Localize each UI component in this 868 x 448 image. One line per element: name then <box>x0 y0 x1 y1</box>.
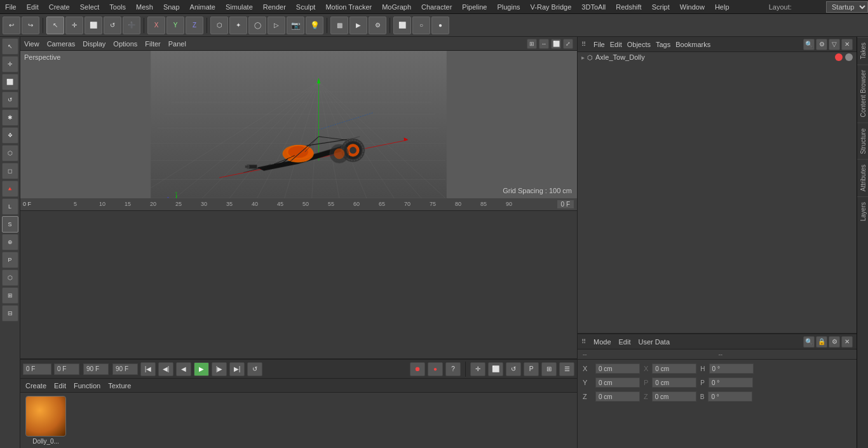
timeline-options-button[interactable]: ☰ <box>559 362 574 376</box>
key-options-button[interactable]: ⊞ <box>541 362 557 376</box>
left-tool16-btn[interactable]: ⊟ <box>2 305 18 322</box>
viewport-corner-1[interactable]: ⊞ <box>527 39 537 49</box>
attr-rot-z[interactable] <box>652 391 696 402</box>
menu-item-animate[interactable]: Animate <box>185 2 220 12</box>
timeline-track[interactable] <box>20 211 577 359</box>
redo-button[interactable]: ↪ <box>22 17 39 34</box>
attr-userdata-menu[interactable]: User Data <box>639 338 670 346</box>
menu-item-select[interactable]: Select <box>75 2 105 12</box>
attr-edit-menu[interactable]: Edit <box>619 338 631 346</box>
menu-item-simulate[interactable]: Simulate <box>220 2 258 12</box>
attr-mode-menu[interactable]: Mode <box>593 338 611 346</box>
left-tool6-btn[interactable]: ❖ <box>2 127 18 144</box>
mat-edit-menu[interactable]: Edit <box>54 382 66 390</box>
help-button[interactable]: ? <box>445 362 461 376</box>
menu-item-3dtoall[interactable]: 3DToAll <box>576 2 611 12</box>
move-key-button[interactable]: ✛ <box>470 362 485 376</box>
rotate-key-button[interactable]: ↺ <box>506 362 521 376</box>
obj-dot-red-axle[interactable] <box>835 53 843 61</box>
obj-tags-menu[interactable]: Tags <box>656 41 670 48</box>
menu-item-redshift[interactable]: Redshift <box>611 2 646 12</box>
obj-edit-menu[interactable]: Edit <box>610 41 622 48</box>
view-menu[interactable]: View <box>24 40 39 48</box>
floor-button[interactable]: ⬜ <box>393 17 411 34</box>
transform-tool-button[interactable]: ➕ <box>123 17 140 34</box>
obj-settings-button[interactable]: ⚙ <box>816 39 827 50</box>
camera-tool-button[interactable]: 📷 <box>287 17 304 34</box>
display-menu[interactable]: Display <box>83 40 105 48</box>
menu-item-mesh[interactable]: Mesh <box>131 2 158 12</box>
menu-item-v-ray-bridge[interactable]: V-Ray Bridge <box>526 2 577 12</box>
select-tool-button[interactable]: ↖ <box>46 17 64 34</box>
x-axis-button[interactable]: X <box>147 17 165 34</box>
menu-item-create[interactable]: Create <box>44 2 75 12</box>
max-frame-input[interactable] <box>83 363 109 375</box>
menu-item-character[interactable]: Character <box>416 2 457 12</box>
attr-scale-y[interactable] <box>709 377 753 388</box>
menu-item-mograph[interactable]: MoGraph <box>377 2 416 12</box>
left-scale-btn[interactable]: ⬜ <box>2 74 18 90</box>
play-back-button[interactable]: ◀ <box>176 362 191 376</box>
move-tool-button[interactable]: ✛ <box>65 17 83 34</box>
side-tab-structure[interactable]: Structure <box>857 123 868 160</box>
cameras-menu[interactable]: Cameras <box>47 40 76 48</box>
side-tab-takes[interactable]: Takes <box>857 37 868 64</box>
layout-select[interactable]: Startup <box>826 1 868 13</box>
menu-item-snap[interactable]: Snap <box>158 2 185 12</box>
scale-tool-button[interactable]: ⬜ <box>85 17 102 34</box>
rotate-tool-button[interactable]: ↺ <box>104 17 121 34</box>
goto-start-button[interactable]: |◀ <box>140 362 156 376</box>
menu-item-file[interactable]: File <box>0 2 22 12</box>
attr-pos-z[interactable] <box>595 391 640 402</box>
obj-filter-button[interactable]: ▽ <box>829 39 840 50</box>
left-tool8-btn[interactable]: ◻ <box>2 163 18 179</box>
material-item[interactable]: Dolly_0... <box>25 396 66 445</box>
object-row-axle[interactable]: ▸ ⬡ Axle_Tow_Dolly <box>578 52 857 62</box>
viewport[interactable]: Perspective <box>20 51 577 198</box>
record-button[interactable]: ⏺ <box>410 362 425 376</box>
viewport-corner-2[interactable]: ↔ <box>539 39 549 49</box>
attr-pos-y[interactable] <box>595 377 640 388</box>
left-tool15-btn[interactable]: ⊞ <box>2 287 18 304</box>
next-key-button[interactable]: |▶ <box>212 362 227 376</box>
obj-file-menu[interactable]: File <box>593 41 605 48</box>
attr-pos-x[interactable] <box>595 363 640 374</box>
attr-rot-y[interactable] <box>652 377 696 388</box>
mat-function-menu[interactable]: Function <box>74 382 100 390</box>
left-tool5-btn[interactable]: ✱ <box>2 109 18 126</box>
viewport-corner-3[interactable]: ⬜ <box>551 39 561 49</box>
obj-dot-grey-axle[interactable] <box>845 53 853 61</box>
obj-close-button[interactable]: ✕ <box>841 39 853 50</box>
side-tab-content-browser[interactable]: Content Browser <box>857 64 868 122</box>
attr-lock-button[interactable]: 🔒 <box>816 336 827 348</box>
menu-item-script[interactable]: Script <box>647 2 675 12</box>
left-tool14-btn[interactable]: ⬡ <box>2 269 18 286</box>
left-tool13-btn[interactable]: P <box>2 252 18 268</box>
menu-item-pipeline[interactable]: Pipeline <box>457 2 492 12</box>
nurbs-tool-button[interactable]: ◯ <box>248 17 266 34</box>
left-tool7-btn[interactable]: ⬡ <box>2 145 18 161</box>
autokey-button[interactable]: ● <box>428 362 443 376</box>
render-region-button[interactable]: ▩ <box>330 17 348 34</box>
menu-item-edit[interactable]: Edit <box>22 2 44 12</box>
filter-menu[interactable]: Filter <box>145 40 160 48</box>
attr-rot-x[interactable] <box>652 363 696 374</box>
material-thumbnail[interactable] <box>25 396 66 437</box>
deformer-tool-button[interactable]: ▷ <box>268 17 285 34</box>
menu-item-plugins[interactable]: Plugins <box>492 2 525 12</box>
render-settings-button[interactable]: ⚙ <box>369 17 386 34</box>
left-select-btn[interactable]: ↖ <box>2 38 18 55</box>
viewport-maximize[interactable]: ⤢ <box>563 39 573 49</box>
loop-button[interactable]: ↺ <box>247 362 262 376</box>
obj-bookmarks-menu[interactable]: Bookmarks <box>675 41 710 48</box>
play-forward-button[interactable]: ▶ <box>194 362 209 376</box>
attr-close-button[interactable]: ✕ <box>841 336 853 348</box>
goto-end-button[interactable]: ▶| <box>229 362 245 376</box>
material-button[interactable]: ● <box>431 17 449 34</box>
attr-settings-button[interactable]: ⚙ <box>829 336 840 348</box>
sky-button[interactable]: ○ <box>412 17 430 34</box>
obj-expand-icon[interactable]: ▸ <box>581 54 585 61</box>
cube-tool-button[interactable]: ⬡ <box>210 17 228 34</box>
left-tool12-btn[interactable]: ⊕ <box>2 234 18 250</box>
mat-create-menu[interactable]: Create <box>25 382 46 390</box>
